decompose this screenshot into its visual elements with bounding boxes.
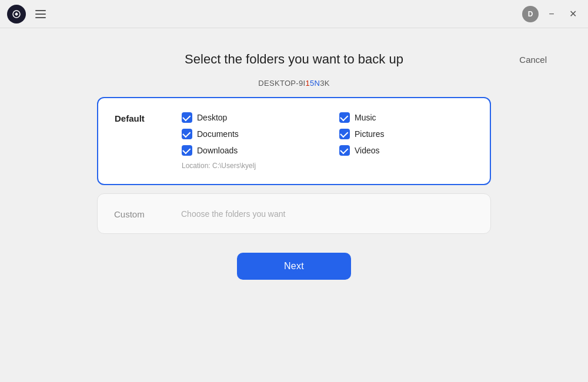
music-label: Music — [355, 113, 376, 122]
folder-item-documents: Documents — [182, 129, 316, 139]
next-button-container: Next — [237, 253, 351, 280]
videos-checkbox[interactable] — [339, 145, 350, 156]
default-card-inner: Default Desktop Music Documents — [115, 112, 473, 156]
pictures-label: Pictures — [355, 129, 385, 139]
custom-card-placeholder[interactable]: Choose the folders you want — [181, 208, 285, 219]
documents-label: Documents — [197, 129, 239, 139]
default-card: Default Desktop Music Documents — [97, 97, 491, 185]
card-container: Default Desktop Music Documents — [97, 97, 491, 234]
folder-item-pictures: Pictures — [339, 129, 473, 139]
desktop-checkbox[interactable] — [182, 112, 192, 123]
page-header: Select the folders you want to back up C… — [35, 52, 553, 67]
pictures-checkbox[interactable] — [339, 129, 350, 139]
computer-name: DESKTOP-9I15N3K — [258, 79, 329, 88]
downloads-checkbox[interactable] — [182, 145, 192, 156]
videos-label: Videos — [355, 146, 380, 155]
folder-item-desktop: Desktop — [182, 112, 316, 123]
cancel-button[interactable]: Cancel — [513, 51, 553, 68]
minimize-button[interactable]: − — [543, 6, 560, 22]
page-title: Select the folders you want to back up — [185, 52, 403, 67]
downloads-label: Downloads — [197, 146, 238, 155]
custom-card: Custom Choose the folders you want — [97, 193, 491, 234]
close-button[interactable]: ✕ — [564, 6, 581, 22]
folder-item-music: Music — [339, 112, 473, 123]
folder-item-downloads: Downloads — [182, 145, 316, 156]
user-avatar: D — [522, 6, 539, 22]
main-content: Select the folders you want to back up C… — [0, 28, 588, 382]
documents-checkbox[interactable] — [182, 129, 192, 139]
next-button[interactable]: Next — [237, 253, 351, 280]
folder-item-videos: Videos — [339, 145, 473, 156]
music-checkbox[interactable] — [339, 112, 350, 123]
titlebar-left — [7, 5, 48, 24]
titlebar-right: D − ✕ — [522, 6, 581, 22]
folder-grid: Desktop Music Documents Pictures — [182, 112, 473, 156]
custom-card-label: Custom — [114, 208, 167, 219]
custom-card-inner: Custom Choose the folders you want — [114, 208, 474, 219]
location-text: Location: C:\Users\kyelj — [182, 162, 473, 170]
titlebar: D − ✕ — [0, 0, 588, 28]
default-card-label: Default — [115, 112, 168, 123]
hamburger-menu-button[interactable] — [33, 8, 48, 21]
desktop-label: Desktop — [197, 113, 227, 122]
app-logo — [7, 5, 26, 24]
